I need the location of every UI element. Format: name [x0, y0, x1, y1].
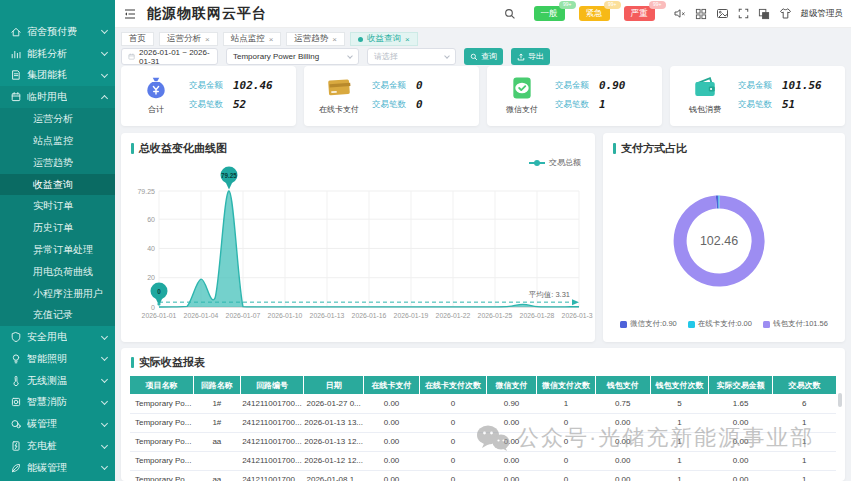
sidebar-subitem[interactable]: 运营分析 — [0, 108, 115, 130]
sidebar-subitem[interactable]: 异常订单处理 — [0, 239, 115, 261]
export-button[interactable]: 导出 — [511, 48, 550, 65]
sidebar-subitem[interactable]: 运营趋势 — [0, 152, 115, 174]
svg-text:2026-01-04: 2026-01-04 — [184, 312, 219, 319]
theme-icon[interactable] — [779, 7, 792, 20]
sidebar-item[interactable]: 能碳管理 — [0, 457, 115, 479]
table-cell: 0.00 — [486, 470, 536, 481]
stat-card: 在线卡支付 交易金额0交易笔数0 — [304, 66, 479, 126]
sidebar-item[interactable]: 临时用电 — [0, 86, 115, 108]
sidebar-item[interactable]: 宿舍预付费 — [0, 21, 115, 43]
table-cell: 1 — [537, 394, 596, 413]
mute-icon[interactable] — [673, 7, 686, 20]
sidebar-item[interactable]: 碳管理 — [0, 413, 115, 435]
fire-icon — [10, 396, 22, 408]
search-icon[interactable] — [504, 8, 516, 20]
billing-type-select[interactable]: Temporary Power Billing — [226, 48, 359, 65]
close-icon[interactable]: × — [205, 35, 210, 44]
close-icon[interactable]: × — [405, 35, 410, 44]
filterbar: 2026-01-01 ~ 2026-01-31 Temporary Power … — [121, 48, 550, 65]
alarm-tag[interactable]: 紧急99+ — [579, 6, 610, 20]
table-cell: 0.00 — [709, 432, 773, 451]
table-cell: 0.00 — [486, 451, 536, 470]
table-cell: 2026-01-08 1... — [304, 470, 364, 481]
table-row[interactable]: Temporary Po...1#241211001700...2026-01-… — [130, 413, 836, 432]
sidebar-item[interactable]: 无线测温 — [0, 370, 115, 392]
table-cell: 5 — [650, 394, 709, 413]
query-button[interactable]: 查询 — [464, 48, 503, 65]
donut-chart[interactable]: 102.46 — [603, 159, 845, 319]
sidebar-item[interactable]: 能耗分析 — [0, 43, 115, 65]
sidebar-subitem[interactable]: 收益查询 — [0, 174, 115, 196]
thermometer-icon — [10, 375, 22, 387]
sidebar-subitem[interactable]: 充值记录 — [0, 304, 115, 326]
screenshot-icon[interactable] — [716, 7, 729, 20]
column-header: 回路编号 — [240, 376, 304, 394]
area-chart[interactable]: 020406079.252026-01-012026-01-042026-01-… — [123, 157, 593, 339]
table-row[interactable]: Temporary Po...241211001700...2026-01-12… — [130, 451, 836, 470]
card-name: 合计 — [135, 104, 177, 115]
table-cell: 2026-01-13 12... — [304, 432, 364, 451]
legend-item[interactable]: 微信支付:0.90 — [620, 319, 677, 329]
sidebar: 宿舍预付费能耗分析集团能耗临时用电运营分析站点监控运营趋势收益查询实时订单历史订… — [0, 0, 115, 481]
metric-value: 101.56 — [782, 79, 822, 92]
legend-item[interactable]: 钱包支付:101.56 — [763, 319, 828, 329]
loop-select[interactable]: 请选择 — [367, 48, 456, 65]
sidebar-item[interactable]: 安全用电 — [0, 326, 115, 348]
table-cell: 1.65 — [709, 394, 773, 413]
grid-icon[interactable] — [695, 8, 707, 20]
sidebar-item[interactable]: 充电桩 — [0, 435, 115, 457]
layout-icon[interactable] — [758, 8, 770, 20]
table-cell: 0.00 — [486, 413, 536, 432]
topbar: 能源物联网云平台 一般99+紧急99+严重99+ 超级管理员 — [115, 0, 851, 28]
metric-label: 交易金额 — [372, 80, 406, 92]
svg-text:20: 20 — [147, 274, 155, 281]
table-cell: 0.00 — [486, 432, 536, 451]
svg-text:102.46: 102.46 — [700, 234, 738, 248]
chevron-icon — [101, 354, 108, 361]
table-row[interactable]: Temporary Po...aa241211001700...2026-01-… — [130, 432, 836, 451]
chevron-icon — [101, 420, 108, 427]
view-tab[interactable]: 收益查询× — [350, 32, 418, 46]
svg-text:2026-01-13: 2026-01-13 — [310, 312, 345, 319]
table-scrollbar[interactable] — [838, 393, 842, 407]
sidebar-subitem[interactable]: 实时订单 — [0, 195, 115, 217]
sidebar-subitem[interactable]: 小程序注册用户 — [0, 283, 115, 305]
table-cell: 0 — [419, 470, 486, 481]
close-icon[interactable]: × — [269, 35, 274, 44]
alarm-tag[interactable]: 严重99+ — [624, 6, 655, 20]
sidebar-item[interactable]: 智能照明 — [0, 348, 115, 370]
view-tab[interactable]: 运营分析× — [159, 32, 218, 46]
sidebar-subitem[interactable]: 历史订单 — [0, 217, 115, 239]
svg-text:平均值: 3.31: 平均值: 3.31 — [529, 290, 570, 299]
sidebar-item[interactable]: 集团能耗 — [0, 65, 115, 87]
app-title: 能源物联网云平台 — [147, 5, 267, 23]
column-header: 实际交易金额 — [709, 376, 773, 394]
alarm-count-badge: 99+ — [604, 1, 620, 9]
stat-cards: 合计 交易金额102.46交易笔数52在线卡支付 交易金额0交易笔数0微信支付 … — [121, 66, 845, 126]
sidebar-subitem[interactable]: 站点监控 — [0, 130, 115, 152]
table-cell: 1 — [650, 413, 709, 432]
fullscreen-icon[interactable] — [738, 8, 749, 19]
table-row[interactable]: Temporary Po...aa241211001700...2026-01-… — [130, 470, 836, 481]
table-cell: 0.00 — [364, 432, 420, 451]
metric-value: 102.46 — [233, 79, 273, 92]
sidebar-subitem[interactable]: 用电负荷曲线 — [0, 261, 115, 283]
home-icon — [10, 26, 22, 38]
table-cell: 2026-01-13 13... — [304, 413, 364, 432]
table-row[interactable]: Temporary Po...1#241211001700...2026-01-… — [130, 394, 836, 413]
column-header: 回路名称 — [194, 376, 241, 394]
view-tab[interactable]: 首页 — [121, 32, 154, 46]
table-cell: 1# — [194, 394, 241, 413]
table-cell: 1 — [772, 413, 836, 432]
view-tab[interactable]: 运营趋势× — [286, 32, 345, 46]
close-icon[interactable]: × — [332, 35, 337, 44]
date-range-input[interactable]: 2026-01-01 ~ 2026-01-31 — [121, 48, 218, 65]
view-tab[interactable]: 站点监控× — [223, 32, 282, 46]
table-cell: 0.75 — [595, 394, 650, 413]
collapse-menu-icon[interactable] — [123, 7, 137, 21]
bankcard-icon — [326, 92, 352, 103]
username[interactable]: 超级管理员 — [801, 8, 844, 20]
legend-item[interactable]: 在线卡支付:0.00 — [688, 319, 752, 329]
sidebar-item[interactable]: 智慧消防 — [0, 392, 115, 414]
alarm-tag[interactable]: 一般99+ — [534, 6, 565, 20]
